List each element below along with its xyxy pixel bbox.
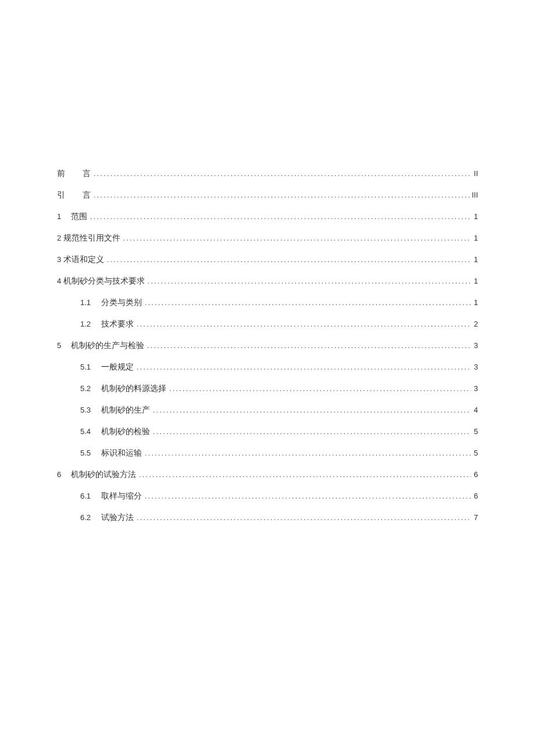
- toc-entry-title-text: 术语和定义: [63, 255, 104, 264]
- toc-entry-title: 试验方法: [101, 513, 134, 523]
- toc-entry-num: 引: [57, 190, 83, 200]
- toc-entry-num: 1.1: [80, 298, 101, 307]
- toc-entry: 3 术语和定义 1: [57, 255, 478, 265]
- toc-entry-title: 分类与类别: [101, 298, 142, 308]
- toc-entry: 1.1 分类与类别 1: [57, 298, 478, 308]
- toc-page-num: 3: [471, 384, 478, 393]
- toc-entry-num: 4: [57, 277, 61, 285]
- toc-entry-title: 一般规定: [101, 362, 134, 372]
- toc-leader-dots: [104, 255, 471, 264]
- toc-page-num: 3: [471, 363, 478, 371]
- toc-leader-dots: [166, 384, 471, 393]
- toc-entry: 前 言 II: [57, 169, 478, 179]
- toc-entry-num: 2: [57, 234, 61, 242]
- toc-page-num: 1: [471, 234, 478, 242]
- toc-page-num: II: [471, 169, 478, 178]
- toc-entry: 5.3 机制砂的生产 4: [57, 405, 478, 415]
- toc-page-num: 1: [471, 212, 478, 221]
- toc-entry-title: 标识和运输: [101, 448, 142, 458]
- toc-page-num: 5: [471, 449, 478, 457]
- toc-entry-num: 1.2: [80, 320, 101, 328]
- toc-page-num: 3: [471, 341, 478, 350]
- toc-entry-title: 取样与缩分: [101, 491, 142, 501]
- toc-page-num: 4: [471, 406, 478, 414]
- toc-entry-title: 言: [83, 190, 91, 200]
- toc-entry-num: 5.4: [80, 427, 101, 436]
- toc-entry: 5.4 机制砂的检验 5: [57, 427, 478, 437]
- toc-entry-title: 技术要求: [101, 319, 134, 329]
- toc-entry-title: 机制砂的生产: [101, 405, 150, 415]
- toc-entry-title: 机制砂的检验: [101, 427, 150, 437]
- toc-page-num: 1: [471, 298, 478, 307]
- toc-page-num: 1: [471, 255, 478, 264]
- toc-entry-num: 前: [57, 169, 83, 179]
- toc-entry-num: 5.2: [80, 384, 101, 393]
- toc-entry-num: 6.2: [80, 513, 101, 522]
- toc-entry-title: 2 规范性引用文件: [57, 233, 120, 243]
- toc-page-num: 6: [471, 470, 478, 479]
- toc-leader-dots: [144, 341, 471, 350]
- toc-entry: 引 言 III: [57, 190, 478, 200]
- toc-entry: 1.2 技术要求 2: [57, 319, 478, 329]
- toc-entry: 6.1 取样与缩分 6: [57, 491, 478, 501]
- toc-entry-title: 范围: [71, 212, 87, 222]
- toc-leader-dots: [87, 212, 471, 221]
- table-of-contents: 前 言 II 引 言 III 1 范围 1 2 规范性引用文件 1 3 术语和定…: [57, 169, 478, 523]
- toc-entry-title: 机制砂的生产与检验: [71, 341, 144, 351]
- toc-entry-title-text: 机制砂分类与技术要求: [63, 277, 145, 285]
- toc-page-num: 7: [471, 513, 478, 522]
- toc-leader-dots: [134, 363, 471, 372]
- toc-leader-dots: [91, 169, 471, 178]
- toc-entry-num: 5.5: [80, 449, 101, 457]
- toc-entry-num: 5: [57, 341, 71, 350]
- toc-entry-num: 5.3: [80, 406, 101, 414]
- toc-entry: 5.5 标识和运输 5: [57, 448, 478, 458]
- toc-entry: 4 机制砂分类与技术要求 1: [57, 276, 478, 286]
- toc-leader-dots: [91, 191, 471, 200]
- toc-entry-title: 机制砂的料源选择: [101, 384, 166, 394]
- toc-entry: 5 机制砂的生产与检验 3: [57, 341, 478, 351]
- toc-leader-dots: [120, 234, 471, 243]
- toc-entry-num: 3: [57, 255, 61, 264]
- toc-page-num: III: [471, 191, 478, 199]
- toc-entry-title: 机制砂的试验方法: [71, 470, 136, 480]
- toc-leader-dots: [145, 277, 471, 286]
- toc-leader-dots: [134, 320, 471, 329]
- toc-page-num: 5: [471, 427, 478, 436]
- toc-entry-title: 言: [83, 169, 91, 179]
- toc-entry: 6.2 试验方法 7: [57, 513, 478, 523]
- toc-entry: 2 规范性引用文件 1: [57, 233, 478, 243]
- toc-entry-num: 1: [57, 212, 71, 221]
- toc-leader-dots: [142, 449, 471, 458]
- toc-leader-dots: [142, 298, 471, 307]
- toc-entry: 6 机制砂的试验方法 6: [57, 470, 478, 480]
- toc-entry-num: 5.1: [80, 363, 101, 371]
- toc-entry-num: 6: [57, 470, 71, 479]
- toc-entry-title-text: 规范性引用文件: [63, 234, 120, 242]
- toc-entry: 5.1 一般规定 3: [57, 362, 478, 372]
- toc-entry-title: 4 机制砂分类与技术要求: [57, 276, 145, 286]
- toc-entry: 1 范围 1: [57, 212, 478, 222]
- toc-entry-title: 3 术语和定义: [57, 255, 104, 265]
- toc-entry-num: 6.1: [80, 492, 101, 500]
- toc-page-num: 1: [471, 277, 478, 285]
- toc-page-num: 6: [471, 492, 478, 500]
- toc-leader-dots: [136, 470, 471, 479]
- toc-leader-dots: [150, 427, 471, 436]
- toc-page-num: 2: [471, 320, 478, 328]
- toc-leader-dots: [134, 513, 471, 522]
- toc-entry: 5.2 机制砂的料源选择 3: [57, 384, 478, 394]
- toc-leader-dots: [150, 406, 471, 415]
- toc-leader-dots: [142, 492, 471, 501]
